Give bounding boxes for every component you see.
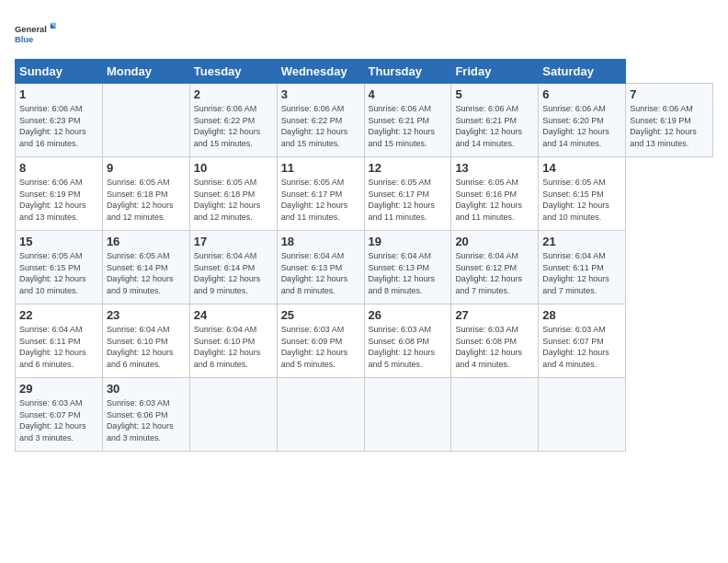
table-row — [277, 378, 364, 452]
table-row: 6Sunrise: 6:06 AM Sunset: 6:20 PM Daylig… — [539, 84, 626, 157]
day-info: Sunrise: 6:04 AM Sunset: 6:12 PM Dayligh… — [455, 251, 522, 295]
calendar-week-1: 1Sunrise: 6:06 AM Sunset: 6:23 PM Daylig… — [16, 84, 713, 157]
day-info: Sunrise: 6:04 AM Sunset: 6:11 PM Dayligh… — [19, 325, 86, 369]
day-info: Sunrise: 6:04 AM Sunset: 6:11 PM Dayligh… — [542, 251, 609, 295]
table-row: 8Sunrise: 6:06 AM Sunset: 6:19 PM Daylig… — [16, 157, 103, 231]
day-number: 1 — [19, 87, 98, 101]
day-number: 12 — [369, 161, 448, 175]
table-row: 27Sunrise: 6:03 AM Sunset: 6:08 PM Dayli… — [451, 304, 539, 378]
day-number: 7 — [630, 87, 709, 101]
day-info: Sunrise: 6:06 AM Sunset: 6:21 PM Dayligh… — [455, 104, 522, 148]
day-info: Sunrise: 6:04 AM Sunset: 6:13 PM Dayligh… — [369, 251, 436, 295]
table-row: 7Sunrise: 6:06 AM Sunset: 6:19 PM Daylig… — [626, 84, 713, 157]
table-row — [364, 378, 451, 452]
table-row: 14Sunrise: 6:05 AM Sunset: 6:15 PM Dayli… — [539, 157, 626, 231]
table-row: 25Sunrise: 6:03 AM Sunset: 6:09 PM Dayli… — [277, 304, 364, 378]
table-row: 30Sunrise: 6:03 AM Sunset: 6:06 PM Dayli… — [102, 378, 189, 452]
day-info: Sunrise: 6:06 AM Sunset: 6:23 PM Dayligh… — [19, 104, 86, 148]
day-number: 10 — [194, 161, 273, 175]
day-number: 5 — [455, 87, 534, 101]
day-number: 14 — [542, 161, 621, 175]
calendar-week-4: 22Sunrise: 6:04 AM Sunset: 6:11 PM Dayli… — [16, 304, 713, 378]
calendar-week-5: 29Sunrise: 6:03 AM Sunset: 6:07 PM Dayli… — [16, 378, 713, 452]
day-number: 22 — [19, 308, 98, 322]
day-info: Sunrise: 6:06 AM Sunset: 6:19 PM Dayligh… — [19, 178, 86, 222]
day-info: Sunrise: 6:03 AM Sunset: 6:07 PM Dayligh… — [19, 398, 86, 442]
table-row: 15Sunrise: 6:05 AM Sunset: 6:15 PM Dayli… — [16, 231, 103, 304]
table-row: 20Sunrise: 6:04 AM Sunset: 6:12 PM Dayli… — [451, 231, 539, 304]
day-number: 2 — [194, 87, 273, 101]
day-info: Sunrise: 6:03 AM Sunset: 6:08 PM Dayligh… — [369, 325, 436, 369]
day-number: 19 — [369, 235, 448, 248]
calendar-week-2: 8Sunrise: 6:06 AM Sunset: 6:19 PM Daylig… — [16, 157, 713, 231]
header-friday: Friday — [451, 60, 539, 84]
table-row: 22Sunrise: 6:04 AM Sunset: 6:11 PM Dayli… — [16, 304, 103, 378]
day-info: Sunrise: 6:06 AM Sunset: 6:20 PM Dayligh… — [542, 104, 609, 148]
day-info: Sunrise: 6:06 AM Sunset: 6:19 PM Dayligh… — [630, 104, 697, 148]
day-info: Sunrise: 6:06 AM Sunset: 6:22 PM Dayligh… — [194, 104, 261, 148]
day-number: 25 — [281, 308, 360, 322]
day-info: Sunrise: 6:05 AM Sunset: 6:15 PM Dayligh… — [19, 251, 86, 295]
day-number: 24 — [194, 308, 273, 322]
calendar-header-row: SundayMondayTuesdayWednesdayThursdayFrid… — [16, 60, 713, 84]
day-info: Sunrise: 6:06 AM Sunset: 6:21 PM Dayligh… — [369, 104, 436, 148]
day-number: 11 — [281, 161, 360, 175]
table-row: 23Sunrise: 6:04 AM Sunset: 6:10 PM Dayli… — [102, 304, 189, 378]
day-number: 28 — [542, 308, 621, 322]
day-info: Sunrise: 6:03 AM Sunset: 6:07 PM Dayligh… — [542, 325, 609, 369]
day-number: 20 — [455, 235, 534, 248]
day-info: Sunrise: 6:05 AM Sunset: 6:18 PM Dayligh… — [194, 178, 261, 222]
day-info: Sunrise: 6:05 AM Sunset: 6:16 PM Dayligh… — [455, 178, 522, 222]
day-number: 27 — [455, 308, 534, 322]
header-thursday: Thursday — [364, 60, 451, 84]
table-row: 1Sunrise: 6:06 AM Sunset: 6:23 PM Daylig… — [16, 84, 103, 157]
calendar-week-3: 15Sunrise: 6:05 AM Sunset: 6:15 PM Dayli… — [16, 231, 713, 304]
table-row — [539, 378, 626, 452]
day-info: Sunrise: 6:05 AM Sunset: 6:18 PM Dayligh… — [107, 178, 174, 222]
header-saturday: Saturday — [539, 60, 626, 84]
day-number: 8 — [19, 161, 98, 175]
day-info: Sunrise: 6:03 AM Sunset: 6:08 PM Dayligh… — [455, 325, 522, 369]
table-row — [451, 378, 539, 452]
header-sunday: Sunday — [16, 60, 103, 84]
day-info: Sunrise: 6:05 AM Sunset: 6:14 PM Dayligh… — [107, 251, 174, 295]
table-row: 5Sunrise: 6:06 AM Sunset: 6:21 PM Daylig… — [451, 84, 539, 157]
day-info: Sunrise: 6:04 AM Sunset: 6:13 PM Dayligh… — [281, 251, 348, 295]
day-number: 9 — [107, 161, 186, 175]
day-number: 17 — [194, 235, 273, 248]
day-number: 15 — [19, 235, 98, 248]
day-number: 29 — [19, 382, 98, 396]
table-row: 24Sunrise: 6:04 AM Sunset: 6:10 PM Dayli… — [189, 304, 277, 378]
calendar-table: SundayMondayTuesdayWednesdayThursdayFrid… — [15, 59, 713, 452]
table-row: 11Sunrise: 6:05 AM Sunset: 6:17 PM Dayli… — [277, 157, 364, 231]
table-row: 10Sunrise: 6:05 AM Sunset: 6:18 PM Dayli… — [189, 157, 277, 231]
logo-svg: General Blue — [15, 15, 61, 52]
day-number: 30 — [107, 382, 186, 396]
day-number: 3 — [281, 87, 360, 101]
day-info: Sunrise: 6:06 AM Sunset: 6:22 PM Dayligh… — [281, 104, 348, 148]
table-row: 16Sunrise: 6:05 AM Sunset: 6:14 PM Dayli… — [102, 231, 189, 304]
day-number: 16 — [107, 235, 186, 248]
table-row: 9Sunrise: 6:05 AM Sunset: 6:18 PM Daylig… — [102, 157, 189, 231]
header-monday: Monday — [102, 60, 189, 84]
table-row: 17Sunrise: 6:04 AM Sunset: 6:14 PM Dayli… — [189, 231, 277, 304]
logo: General Blue — [15, 15, 61, 52]
day-number: 21 — [542, 235, 621, 248]
day-number: 26 — [369, 308, 448, 322]
day-info: Sunrise: 6:04 AM Sunset: 6:10 PM Dayligh… — [107, 325, 174, 369]
table-row: 29Sunrise: 6:03 AM Sunset: 6:07 PM Dayli… — [16, 378, 103, 452]
table-row — [102, 84, 189, 157]
table-row: 12Sunrise: 6:05 AM Sunset: 6:17 PM Dayli… — [364, 157, 451, 231]
header-wednesday: Wednesday — [277, 60, 364, 84]
day-info: Sunrise: 6:03 AM Sunset: 6:06 PM Dayligh… — [107, 398, 174, 442]
day-info: Sunrise: 6:04 AM Sunset: 6:10 PM Dayligh… — [194, 325, 261, 369]
day-info: Sunrise: 6:05 AM Sunset: 6:17 PM Dayligh… — [369, 178, 436, 222]
day-number: 13 — [455, 161, 534, 175]
table-row: 21Sunrise: 6:04 AM Sunset: 6:11 PM Dayli… — [539, 231, 626, 304]
table-row: 26Sunrise: 6:03 AM Sunset: 6:08 PM Dayli… — [364, 304, 451, 378]
day-number: 23 — [107, 308, 186, 322]
table-row: 13Sunrise: 6:05 AM Sunset: 6:16 PM Dayli… — [451, 157, 539, 231]
table-row: 4Sunrise: 6:06 AM Sunset: 6:21 PM Daylig… — [364, 84, 451, 157]
table-row: 28Sunrise: 6:03 AM Sunset: 6:07 PM Dayli… — [539, 304, 626, 378]
header-tuesday: Tuesday — [189, 60, 277, 84]
